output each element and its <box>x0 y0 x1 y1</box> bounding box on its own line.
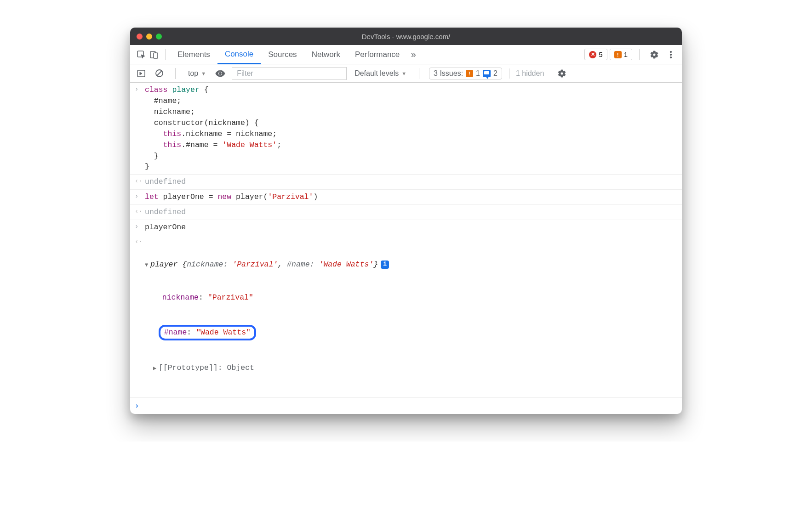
warning-icon: ! <box>614 51 622 58</box>
divider <box>175 68 176 79</box>
info-icon <box>483 70 491 77</box>
console-input-row[interactable]: › class player { #name; nickname; constr… <box>130 83 682 175</box>
console-toolbar: top ▼ Default levels ▼ 3 Issues: ! 1 2 1… <box>130 64 682 83</box>
divider <box>639 49 640 60</box>
console-settings-icon[interactable] <box>555 67 568 80</box>
input-caret-icon: › <box>135 85 145 172</box>
svg-rect-2 <box>154 53 158 58</box>
code-block: class player { #name; nickname; construc… <box>145 85 677 172</box>
console-output-row: ‹· ▼ player {nickname: 'Parzival', #name… <box>130 235 682 397</box>
output-caret-icon: ‹· <box>135 176 145 187</box>
tab-console[interactable]: Console <box>217 45 261 64</box>
svg-point-5 <box>670 57 671 58</box>
context-label: top <box>188 69 198 78</box>
tab-sources[interactable]: Sources <box>261 45 304 64</box>
svg-point-4 <box>670 54 671 55</box>
output-caret-icon: ‹· <box>135 207 145 218</box>
console-prompt[interactable]: › <box>130 397 682 414</box>
close-button[interactable] <box>137 34 143 40</box>
chevron-down-icon: ▼ <box>401 71 406 76</box>
errors-badge[interactable]: ✕ 5 <box>584 49 607 60</box>
device-toggle-icon[interactable] <box>148 48 160 61</box>
more-tabs-icon[interactable]: » <box>407 48 420 61</box>
hidden-count[interactable]: 1 hidden <box>509 68 547 79</box>
expand-arrow-icon[interactable]: ▶ <box>153 365 159 373</box>
settings-icon[interactable] <box>648 48 661 61</box>
expand-arrow-icon[interactable]: ▼ <box>145 261 150 269</box>
warnings-badge[interactable]: ! 1 <box>610 49 632 60</box>
svg-point-3 <box>670 51 671 52</box>
issues-label: 3 Issues: <box>434 69 463 78</box>
object-property-private[interactable]: #name: "Wade Watts" <box>145 325 677 340</box>
input-caret-icon: › <box>135 222 145 233</box>
levels-label: Default levels <box>355 69 399 78</box>
clear-console-icon[interactable] <box>153 67 166 80</box>
kebab-menu-icon[interactable] <box>664 48 677 61</box>
output-caret-icon: ‹· <box>135 237 145 396</box>
issues-warn-count: 1 <box>476 69 480 78</box>
minimize-button[interactable] <box>146 34 152 40</box>
error-icon: ✕ <box>589 51 596 58</box>
titlebar: DevTools - www.google.com/ <box>130 28 682 45</box>
tab-network[interactable]: Network <box>304 45 348 64</box>
log-levels-selector[interactable]: Default levels ▼ <box>352 68 409 79</box>
object-summary[interactable]: ▼ player {nickname: 'Parzival', #name: '… <box>145 259 677 270</box>
highlight-annotation: #name: "Wade Watts" <box>159 325 256 340</box>
object-inspector[interactable]: ▼ player {nickname: 'Parzival', #name: '… <box>145 237 677 396</box>
issues-info-count: 2 <box>493 69 497 78</box>
tab-performance[interactable]: Performance <box>348 45 407 64</box>
divider <box>165 49 166 60</box>
svg-line-8 <box>157 71 161 76</box>
object-property[interactable]: nickname: "Parzival" <box>145 292 677 303</box>
tabs-bar: Elements Console Sources Network Perform… <box>130 45 682 64</box>
chevron-down-icon: ▼ <box>201 71 206 76</box>
return-value: undefined <box>145 176 677 187</box>
window-title: DevTools - www.google.com/ <box>130 33 682 40</box>
warning-count: 1 <box>624 51 628 58</box>
sidebar-toggle-icon[interactable] <box>135 67 148 80</box>
input-caret-icon: › <box>135 192 145 203</box>
warning-icon: ! <box>466 70 473 77</box>
inspect-element-icon[interactable] <box>135 48 148 61</box>
context-selector[interactable]: top ▼ <box>185 68 209 79</box>
code-block: playerOne <box>145 222 677 233</box>
prompt-caret-icon: › <box>135 402 139 410</box>
error-count: 5 <box>599 51 602 58</box>
console-output-row: ‹· undefined <box>130 205 682 220</box>
console-output: › class player { #name; nickname; constr… <box>130 83 682 414</box>
object-prototype[interactable]: ▶ [[Prototype]]: Object <box>145 362 677 374</box>
live-expression-icon[interactable] <box>214 67 227 80</box>
filter-input[interactable] <box>232 67 347 80</box>
console-output-row: ‹· undefined <box>130 175 682 190</box>
code-block: let playerOne = new player('Parzival') <box>145 192 677 203</box>
devtools-window: DevTools - www.google.com/ Elements Cons… <box>130 28 682 414</box>
info-badge-icon[interactable]: i <box>381 260 389 269</box>
issues-button[interactable]: 3 Issues: ! 1 2 <box>429 68 502 79</box>
traffic-lights <box>137 34 162 40</box>
divider <box>419 68 419 79</box>
maximize-button[interactable] <box>156 34 162 40</box>
tab-elements[interactable]: Elements <box>170 45 217 64</box>
console-input-row[interactable]: › playerOne <box>130 220 682 235</box>
return-value: undefined <box>145 207 677 218</box>
console-input-row[interactable]: › let playerOne = new player('Parzival') <box>130 190 682 205</box>
